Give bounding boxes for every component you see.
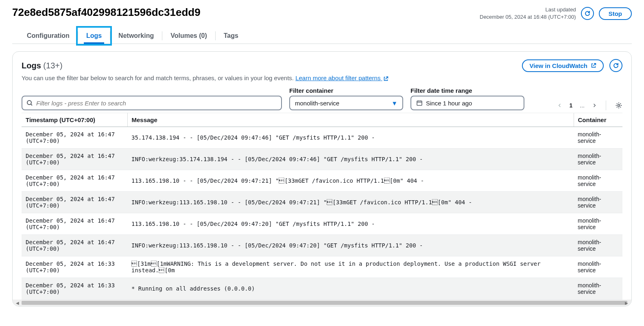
filter-container-select[interactable]: monolith-service ▼ [289,96,403,110]
svg-rect-1 [417,101,422,105]
cell-timestamp: December 05, 2024 at 16:33 (UTC+7:00) [22,278,127,300]
refresh-header-button[interactable] [581,7,594,20]
cell-message: * Running on all addresses (0.0.0.0) [127,278,574,300]
cell-container: monolith-service [574,170,622,192]
view-in-cloudwatch-label: View in CloudWatch [529,62,587,69]
tab-volumes[interactable]: Volumes (0) [162,28,215,44]
panel-count: (13+) [43,61,62,70]
filter-patterns-link-text: Learn more about filter patterns [295,74,380,81]
logs-table: Timestamp (UTC+07:00) Message Container … [22,113,622,300]
external-link-icon [383,76,389,81]
tab-tags[interactable]: Tags [216,28,247,44]
cell-message: INFO:werkzeug:35.174.138.194 - - [05/Dec… [127,149,574,170]
cell-timestamp: December 05, 2024 at 16:47 (UTC+7:00) [22,127,127,149]
table-row[interactable]: December 05, 2024 at 16:47 (UTC+7:00)INF… [22,149,622,170]
tabs: Configuration Logs Networking Volumes (0… [12,28,632,44]
cell-timestamp: December 05, 2024 at 16:47 (UTC+7:00) [22,235,127,256]
cell-container: monolith-service [574,278,622,300]
cell-message: [31m[1mWARNING: This is a development … [127,256,574,278]
caret-down-icon: ▼ [391,100,397,107]
pager-ellipsis: ... [580,102,585,109]
pager-prev[interactable] [557,103,562,108]
cell-timestamp: December 05, 2024 at 16:47 (UTC+7:00) [22,170,127,192]
cell-message: 35.174.138.194 - - [05/Dec/2024 09:47:46… [127,127,574,149]
search-icon [26,100,33,106]
pager-next[interactable] [592,103,597,108]
scrollbar-thumb[interactable] [22,301,627,305]
pager-page[interactable]: 1 [570,102,573,109]
table-row[interactable]: December 05, 2024 at 16:33 (UTC+7:00) * … [22,278,622,300]
svg-point-0 [27,101,31,105]
cell-container: monolith-service [574,256,622,278]
cell-container: monolith-service [574,149,622,170]
panel-title: Logs (13+) [22,61,63,70]
filter-date-label: Filter date time range [410,87,524,94]
cell-message: 113.165.198.10 - - [05/Dec/2024 09:47:20… [127,213,574,235]
filter-patterns-link[interactable]: Learn more about filter patterns [295,74,388,81]
calendar-icon [416,100,423,106]
table-row[interactable]: December 05, 2024 at 16:47 (UTC+7:00)INF… [22,192,622,213]
cell-message: INFO:werkzeug:113.165.198.10 - - [05/Dec… [127,192,574,213]
horizontal-scrollbar[interactable]: ◀ ▶ [13,300,631,306]
view-in-cloudwatch-button[interactable]: View in CloudWatch [522,59,604,72]
last-updated-value: December 05, 2024 at 16:48 (UTC+7:00) [480,13,576,21]
cell-timestamp: December 05, 2024 at 16:47 (UTC+7:00) [22,213,127,235]
col-container[interactable]: Container [574,113,622,127]
filter-search-input[interactable] [36,100,277,107]
table-row[interactable]: December 05, 2024 at 16:47 (UTC+7:00)113… [22,170,622,192]
refresh-panel-button[interactable] [609,59,622,72]
last-updated: Last updated December 05, 2024 at 16:48 … [480,6,576,21]
tab-networking[interactable]: Networking [110,28,162,44]
svg-point-2 [618,105,620,107]
panel-title-text: Logs [22,61,41,70]
col-timestamp[interactable]: Timestamp (UTC+07:00) [22,113,127,127]
panel-desc-text: You can use the filter bar below to sear… [22,74,295,81]
filter-date-select[interactable]: Since 1 hour ago [410,96,524,110]
page-title: 72e8ed5875af402998121596dc31edd9 [12,6,201,19]
filter-container-label: Filter container [289,87,403,94]
external-link-icon [591,63,596,68]
tab-logs[interactable]: Logs [78,28,110,44]
stop-button[interactable]: Stop [599,7,632,20]
logs-panel: Logs (13+) View in CloudWatch You can [12,51,632,306]
cell-timestamp: December 05, 2024 at 16:47 (UTC+7:00) [22,192,127,213]
cell-container: monolith-service [574,213,622,235]
cell-message: INFO:werkzeug:113.165.198.10 - - [05/Dec… [127,235,574,256]
table-row[interactable]: December 05, 2024 at 16:47 (UTC+7:00)35.… [22,127,622,149]
cell-timestamp: December 05, 2024 at 16:47 (UTC+7:00) [22,149,127,170]
filter-date-value: Since 1 hour ago [426,100,472,107]
scroll-left-icon: ◀ [14,300,21,306]
gear-icon [615,102,622,109]
table-row[interactable]: December 05, 2024 at 16:33 (UTC+7:00)[3… [22,256,622,278]
filter-search-box[interactable] [22,96,282,110]
table-row[interactable]: December 05, 2024 at 16:47 (UTC+7:00)113… [22,213,622,235]
cell-timestamp: December 05, 2024 at 16:33 (UTC+7:00) [22,256,127,278]
refresh-icon [584,10,591,17]
cell-container: monolith-service [574,235,622,256]
last-updated-label: Last updated [480,6,576,13]
divider [606,101,606,110]
scroll-right-icon: ▶ [623,300,630,306]
settings-button[interactable] [615,102,622,109]
filter-container-value: monolith-service [295,100,339,107]
cell-container: monolith-service [574,192,622,213]
refresh-icon [613,62,619,69]
pagination: 1 ... [557,101,622,110]
panel-description: You can use the filter bar below to sear… [22,74,622,81]
tab-configuration[interactable]: Configuration [19,28,78,44]
cell-container: monolith-service [574,127,622,149]
table-row[interactable]: December 05, 2024 at 16:47 (UTC+7:00)INF… [22,235,622,256]
col-message[interactable]: Message [127,113,574,127]
cell-message: 113.165.198.10 - - [05/Dec/2024 09:47:21… [127,170,574,192]
